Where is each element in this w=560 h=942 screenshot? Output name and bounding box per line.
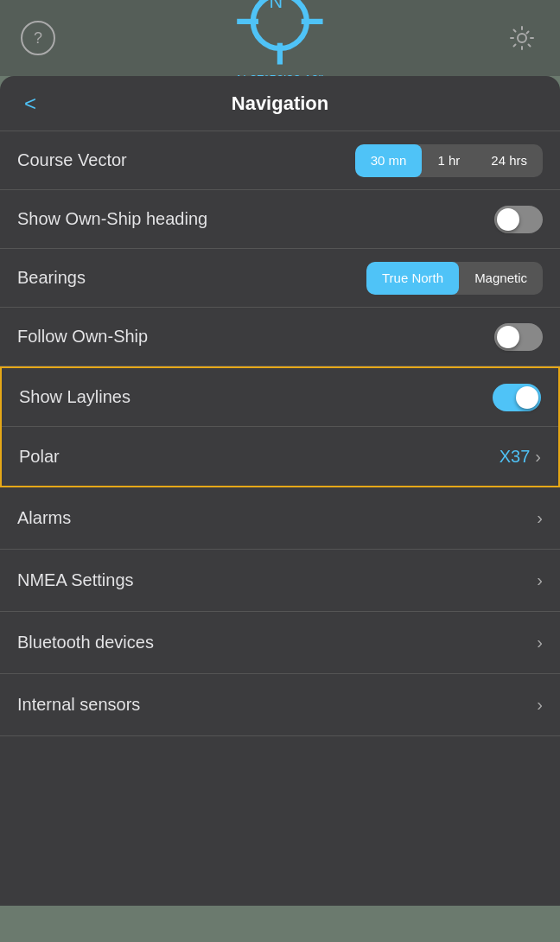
show-laylines-row: Show Laylines xyxy=(2,368,558,427)
svg-point-6 xyxy=(518,34,526,42)
settings-gear-button[interactable] xyxy=(505,21,539,55)
nmea-chevron-icon: › xyxy=(537,570,543,590)
bearings-row: Bearings True North Magnetic xyxy=(0,249,560,308)
polar-value-container: X37 › xyxy=(500,447,541,467)
show-laylines-toggle[interactable] xyxy=(493,384,541,411)
top-bar: ? N N 37°50'32.10" W 122°24'49.75" xyxy=(0,0,560,76)
polar-value: X37 xyxy=(500,447,531,467)
course-vector-label: Course Vector xyxy=(17,150,127,170)
nav-title: Navigation xyxy=(232,92,328,115)
bearings-segmented[interactable]: True North Magnetic xyxy=(366,262,543,295)
bluetooth-chevron-icon: › xyxy=(537,633,543,652)
bearings-true-north[interactable]: True North xyxy=(366,262,459,295)
highlighted-section: Show Laylines Polar X37 › xyxy=(0,366,560,487)
toggle-thumb xyxy=(497,208,519,231)
svg-text:N: N xyxy=(270,0,283,12)
bearings-label: Bearings xyxy=(17,268,86,288)
course-vector-segmented[interactable]: 30 mn 1 hr 24 hrs xyxy=(355,144,543,177)
nmea-settings-label: NMEA Settings xyxy=(17,570,134,590)
course-vector-30mn[interactable]: 30 mn xyxy=(355,144,423,177)
internal-sensors-chevron-icon: › xyxy=(537,695,543,715)
crosshair-icon: N xyxy=(232,0,328,70)
navigation-panel: < Navigation Course Vector 30 mn 1 hr 24… xyxy=(0,76,560,906)
show-own-ship-toggle[interactable] xyxy=(494,206,543,233)
polar-chevron-icon: › xyxy=(535,447,541,467)
show-own-ship-label: Show Own-Ship heading xyxy=(17,209,207,229)
alarms-row[interactable]: Alarms › xyxy=(0,487,560,550)
nav-header: < Navigation xyxy=(0,76,560,131)
polar-row[interactable]: Polar X37 › xyxy=(2,427,558,486)
follow-own-ship-toggle[interactable] xyxy=(494,323,543,351)
course-vector-24hrs[interactable]: 24 hrs xyxy=(475,144,543,177)
help-icon: ? xyxy=(34,29,42,48)
course-vector-row: Course Vector 30 mn 1 hr 24 hrs xyxy=(0,131,560,190)
internal-sensors-label: Internal sensors xyxy=(17,695,140,715)
gear-icon xyxy=(509,25,535,51)
alarms-chevron-icon: › xyxy=(537,508,543,528)
toggle-thumb-2 xyxy=(497,326,519,348)
follow-own-ship-label: Follow Own-Ship xyxy=(17,327,148,347)
internal-sensors-row[interactable]: Internal sensors › xyxy=(0,674,560,736)
polar-label: Polar xyxy=(19,447,60,467)
nmea-settings-row[interactable]: NMEA Settings › xyxy=(0,550,560,612)
bluetooth-devices-label: Bluetooth devices xyxy=(17,633,154,652)
bearings-magnetic[interactable]: Magnetic xyxy=(459,262,543,295)
help-button[interactable]: ? xyxy=(21,21,55,55)
bluetooth-devices-row[interactable]: Bluetooth devices › xyxy=(0,612,560,674)
show-own-ship-row: Show Own-Ship heading xyxy=(0,190,560,249)
course-vector-1hr[interactable]: 1 hr xyxy=(422,144,475,177)
alarms-label: Alarms xyxy=(17,508,71,528)
follow-own-ship-row: Follow Own-Ship xyxy=(0,308,560,366)
show-laylines-label: Show Laylines xyxy=(19,387,130,407)
back-button[interactable]: < xyxy=(17,85,43,123)
toggle-thumb-3 xyxy=(516,386,538,409)
